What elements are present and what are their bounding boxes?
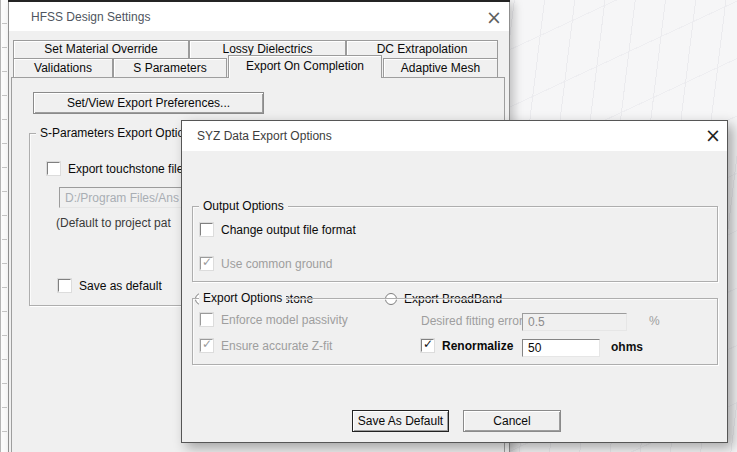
syz-dialog-titlebar[interactable]: SYZ Data Export Options × [182,121,727,151]
button-label: Cancel [493,414,530,428]
group-title: S-Parameters Export Options [36,126,201,141]
enforce-model-passivity-checkbox-row: Enforce model passivity [200,312,348,327]
checkbox-label: Enforce model passivity [221,313,348,327]
save-as-default-checkbox-row[interactable]: Save as default [58,278,162,293]
close-icon[interactable]: × [701,124,725,148]
checkbox-label: Ensure accurate Z-fit [221,339,332,353]
tab-label: Export On Completion [246,59,364,73]
checkbox-label: Renormalize [442,339,513,353]
syz-data-export-options-dialog: SYZ Data Export Options × Export Touchst… [181,120,728,443]
checkbox-icon[interactable] [58,279,71,292]
tab-label: Validations [34,61,92,75]
hfss-application-background: HFSS Design Settings × Set Material Over… [0,0,737,452]
hfss-dialog-titlebar[interactable]: HFSS Design Settings × [9,2,509,31]
checkbox-checked-icon: ✓ [200,339,213,352]
group-title: Output Options [199,199,288,214]
change-output-file-format-checkbox-row[interactable]: Change output file format [200,222,356,237]
cancel-button[interactable]: Cancel [463,410,561,432]
export-options-group: Export Options [192,298,718,365]
tab-label: Set Material Override [44,42,157,56]
syz-dialog-title: SYZ Data Export Options [197,129,332,143]
checkbox-label: Save as default [79,279,162,293]
button-label: Save As Default [358,414,443,428]
use-common-ground-checkbox-row: ✓ Use common ground [200,256,332,271]
ohms-label: ohms [611,340,643,354]
tab-label: S Parameters [133,61,206,75]
tab-label: Adaptive Mesh [401,61,480,75]
desired-fitting-error-input [522,313,627,331]
renormalize-impedance-input[interactable] [522,339,600,357]
export-touchstone-file-checkbox-row[interactable]: Export touchstone file [47,161,183,176]
tab-s-parameters[interactable]: S Parameters [113,58,227,77]
ruler-ticks [2,0,7,452]
checkbox-checked-icon[interactable]: ✓ [421,339,434,352]
ensure-accurate-zfit-checkbox-row: ✓ Ensure accurate Z-fit [200,338,332,353]
checkbox-icon [200,313,213,326]
save-as-default-button[interactable]: Save As Default [352,410,449,432]
hfss-dialog-title: HFSS Design Settings [31,10,150,24]
checkbox-label: Use common ground [221,257,332,271]
tab-validations[interactable]: Validations [13,58,113,77]
group-title: Export Options [199,291,286,306]
tab-adaptive-mesh[interactable]: Adaptive Mesh [383,58,498,77]
tab-set-material-override[interactable]: Set Material Override [13,40,189,58]
percent-label: % [649,314,660,328]
checkbox-label: Change output file format [221,223,356,237]
checkbox-icon[interactable] [47,162,60,175]
tab-label: DC Extrapolation [377,42,468,56]
set-view-export-preferences-button[interactable]: Set/View Export Preferences... [33,92,264,114]
renormalize-checkbox-row[interactable]: ✓ Renormalize [421,338,513,353]
checkbox-label: Export touchstone file [68,162,183,176]
desired-fitting-error-label: Desired fitting error: [421,314,526,328]
checkbox-icon[interactable] [200,223,213,236]
button-label: Set/View Export Preferences... [67,96,230,110]
close-icon[interactable]: × [482,6,506,30]
default-path-note: (Default to project pat [56,216,171,230]
checkbox-checked-icon: ✓ [200,257,213,270]
tab-export-on-completion[interactable]: Export On Completion [228,55,382,78]
tab-label: Lossy Dielectrics [222,42,312,56]
